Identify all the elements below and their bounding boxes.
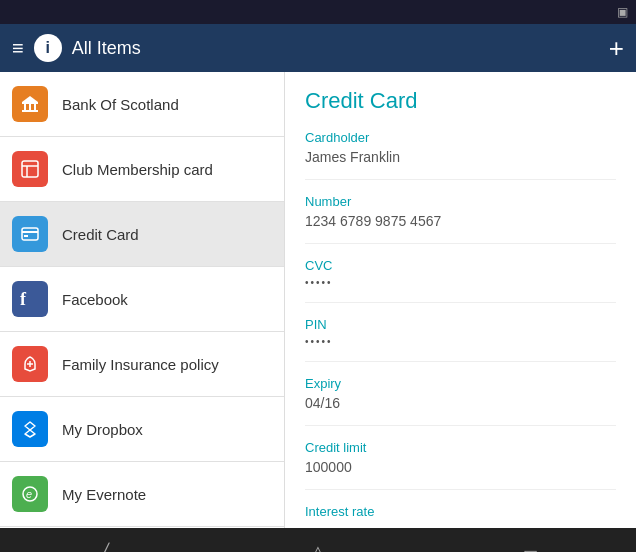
svg-text:f: f [20, 289, 27, 309]
field-label-3: PIN [305, 317, 616, 332]
svg-rect-2 [29, 104, 31, 110]
bank-of-scotland-label: Bank Of Scotland [62, 96, 179, 113]
my-dropbox-label: My Dropbox [62, 421, 143, 438]
status-icon: ▣ [617, 5, 628, 19]
field-label-1: Number [305, 194, 616, 209]
detail-field-4: Expiry04/16 [305, 376, 616, 426]
detail-field-1: Number1234 6789 9875 4567 [305, 194, 616, 244]
svg-rect-4 [22, 110, 38, 112]
club-membership-icon [12, 151, 48, 187]
detail-field-6: Interest rate [305, 504, 616, 528]
sidebar-item-my-dropbox[interactable]: My Dropbox [0, 397, 284, 462]
field-value-2: ••••• [305, 277, 616, 288]
my-dropbox-icon [12, 411, 48, 447]
my-evernote-label: My Evernote [62, 486, 146, 503]
svg-marker-5 [22, 96, 38, 102]
detail-field-3: PIN••••• [305, 317, 616, 362]
field-value-4: 04/16 [305, 395, 616, 411]
recent-apps-button[interactable]: ▭ [500, 532, 560, 552]
bank-of-scotland-icon [12, 86, 48, 122]
field-label-4: Expiry [305, 376, 616, 391]
credit-card-label: Credit Card [62, 226, 139, 243]
svg-rect-6 [22, 161, 38, 177]
add-item-button[interactable]: + [609, 33, 624, 64]
detail-title: Credit Card [305, 88, 616, 114]
field-value-3: ••••• [305, 336, 616, 347]
svg-rect-0 [22, 102, 38, 104]
nav-left: ≡ i All Items [12, 34, 141, 62]
detail-field-0: CardholderJames Franklin [305, 130, 616, 180]
svg-marker-15 [25, 422, 35, 437]
home-button[interactable]: △ [288, 532, 348, 552]
club-membership-label: Club Membership card [62, 161, 213, 178]
credit-card-icon [12, 216, 48, 252]
app-logo: i [34, 34, 62, 62]
sidebar: Bank Of ScotlandClub Membership cardCred… [0, 72, 285, 528]
nav-bar: ≡ i All Items + [0, 24, 636, 72]
facebook-label: Facebook [62, 291, 128, 308]
detail-field-5: Credit limit100000 [305, 440, 616, 490]
family-insurance-icon [12, 346, 48, 382]
family-insurance-label: Family Insurance policy [62, 356, 219, 373]
sidebar-item-club-membership[interactable]: Club Membership card [0, 137, 284, 202]
sidebar-item-credit-card[interactable]: Credit Card [0, 202, 284, 267]
svg-rect-11 [24, 235, 28, 237]
svg-text:e: e [26, 488, 32, 500]
main-content: Bank Of ScotlandClub Membership cardCred… [0, 72, 636, 528]
field-value-0: James Franklin [305, 149, 616, 165]
field-label-5: Credit limit [305, 440, 616, 455]
svg-rect-3 [34, 104, 36, 110]
svg-rect-1 [24, 104, 26, 110]
sidebar-item-my-evernote[interactable]: eMy Evernote [0, 462, 284, 527]
field-label-0: Cardholder [305, 130, 616, 145]
facebook-icon: f [12, 281, 48, 317]
sidebar-item-bank-of-scotland[interactable]: Bank Of Scotland [0, 72, 284, 137]
detail-panel: Credit Card CardholderJames FranklinNumb… [285, 72, 636, 528]
my-evernote-icon: e [12, 476, 48, 512]
field-value-5: 100000 [305, 459, 616, 475]
field-value-1: 1234 6789 9875 4567 [305, 213, 616, 229]
field-label-2: CVC [305, 258, 616, 273]
field-label-6: Interest rate [305, 504, 616, 519]
detail-field-2: CVC••••• [305, 258, 616, 303]
back-button[interactable]: 〈 [76, 532, 136, 552]
bottom-bar: 〈 △ ▭ [0, 528, 636, 552]
sidebar-item-my-passport[interactable]: My Passport [0, 527, 284, 528]
svg-rect-9 [22, 228, 38, 240]
hamburger-button[interactable]: ≡ [12, 37, 24, 60]
status-bar: ▣ [0, 0, 636, 24]
page-title: All Items [72, 38, 141, 59]
sidebar-item-facebook[interactable]: fFacebook [0, 267, 284, 332]
sidebar-item-family-insurance[interactable]: Family Insurance policy [0, 332, 284, 397]
